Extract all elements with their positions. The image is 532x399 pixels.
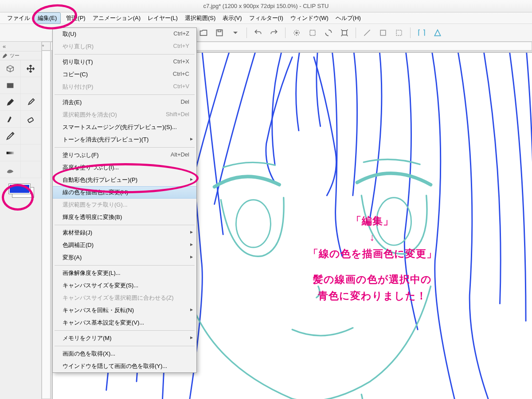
menu-fit-canvas-sel[interactable]: キャンバスサイズを選択範囲に合わせる(Z) xyxy=(53,292,196,304)
menu-get-color[interactable]: 画面の色を取得(X)... xyxy=(53,348,196,360)
tool-blur[interactable] xyxy=(0,161,21,178)
menu-erase-tone[interactable]: トーンを消去(先行プレビュー)(T) xyxy=(53,133,196,146)
menu-layer[interactable]: レイヤー(L) xyxy=(144,13,181,23)
menu-hide-get-color[interactable]: ウインドウを隠して画面の色を取得(Y)... xyxy=(53,360,196,372)
menu-color-correct[interactable]: 色調補正(D) xyxy=(53,239,196,251)
svg-rect-4 xyxy=(310,30,315,35)
menu-clear-memory[interactable]: メモリをクリア(M) xyxy=(53,332,196,344)
svg-rect-9 xyxy=(28,117,34,122)
tool-tab: ツー xyxy=(0,51,41,60)
svg-rect-10 xyxy=(7,152,14,154)
menu-transform[interactable]: 変形(A) xyxy=(53,251,196,264)
tool-empty2 xyxy=(21,128,42,145)
titlebar: c7.jpg* (532 x 399px 72dpi 150.0%) - CL… xyxy=(0,0,532,12)
menu-view[interactable]: 表示(V) xyxy=(219,13,245,23)
edit-dropdown: 取(U)Ctrl+Z やり直し(R)Ctrl+Y 切り取り(T)Ctrl+X コ… xyxy=(52,27,197,373)
menu-copy[interactable]: コピー(C)Ctrl+C xyxy=(53,68,196,81)
menu-clear-outside[interactable]: 選択範囲外を消去(O)Shift+Del xyxy=(53,109,196,121)
panel-collapse[interactable]: « xyxy=(0,42,41,51)
svg-rect-1 xyxy=(218,30,221,31)
menu-auto-color[interactable]: 自動彩色(先行プレビュー)(P) xyxy=(53,174,196,186)
save-button[interactable] xyxy=(212,26,227,39)
tool-icon-1[interactable] xyxy=(289,26,304,39)
menu-help[interactable]: ヘルプ(H) xyxy=(332,13,364,23)
dropdown-toggle[interactable] xyxy=(228,26,243,39)
swatch-main[interactable] xyxy=(9,184,30,194)
menu-change-canvas[interactable]: キャンバスサイズを変更(S)... xyxy=(53,279,196,292)
tool-panel: « ツー xyxy=(0,42,42,399)
svg-rect-0 xyxy=(216,30,222,35)
menu-cut[interactable]: 切り取り(T)Ctrl+X xyxy=(53,56,196,68)
menu-clear[interactable]: 消去(E)Del xyxy=(53,96,196,109)
menu-smart-smooth[interactable]: スマートスムージング(先行プレビュー)(S)... xyxy=(53,121,196,133)
menubar: ファイル 編集(E) 管理(P) アニメーション(A) レイヤー(L) 選択範囲… xyxy=(0,12,532,24)
menu-rotate-flip[interactable]: キャンバスを回転・反転(N) xyxy=(53,304,196,317)
menu-animation[interactable]: アニメーション(A) xyxy=(89,13,144,23)
tool-empty3 xyxy=(21,145,42,161)
annotation-text: 「編集」 ↓ 「線の色を描画色に変更」 髪の線画の色が選択中の 青色に変わりまし… xyxy=(248,213,497,304)
menu-manage[interactable]: 管理(P) xyxy=(63,13,89,23)
tool-cube[interactable] xyxy=(0,60,21,77)
open-button[interactable] xyxy=(196,26,211,39)
menu-filter[interactable]: フィルター(I) xyxy=(246,13,287,23)
menu-paste[interactable]: 貼り付け(P)Ctrl+V xyxy=(53,81,196,93)
menu-register-material[interactable]: 素材登録(J) xyxy=(53,227,196,239)
tool-icon-8[interactable] xyxy=(414,26,429,39)
menu-outline-sel[interactable]: 選択範囲をフチ取り(G)... xyxy=(53,199,196,211)
menu-edit[interactable]: 編集(E) xyxy=(34,12,61,24)
tool-eyedrop[interactable] xyxy=(0,128,21,145)
tool-icon-7[interactable] xyxy=(391,26,407,39)
tool-move[interactable] xyxy=(21,60,42,77)
ruler-corner[interactable]: ◦ xyxy=(42,42,51,51)
redo-button[interactable] xyxy=(266,26,282,39)
svg-point-3 xyxy=(294,30,299,35)
tool-eraser[interactable] xyxy=(21,111,42,128)
menu-canvas-settings[interactable]: キャンバス基本設定を変更(V)... xyxy=(53,317,196,329)
svg-rect-5 xyxy=(342,31,347,35)
svg-point-2 xyxy=(296,32,297,33)
tool-brush[interactable] xyxy=(21,94,42,111)
title-text: c7.jpg* (532 x 399px 72dpi 150.0%) - CL… xyxy=(203,3,329,9)
tool-icon-3[interactable] xyxy=(321,26,336,39)
menu-adv-fill[interactable]: 高度な塗りつぶし(I)... xyxy=(53,161,196,174)
pen-icon xyxy=(2,53,8,59)
menu-window[interactable]: ウィンドウ(W) xyxy=(287,13,332,23)
tool-pen[interactable] xyxy=(0,94,21,111)
tool-gradient[interactable] xyxy=(0,145,21,161)
menu-selection[interactable]: 選択範囲(S) xyxy=(181,13,219,23)
ruler-vertical[interactable] xyxy=(42,51,51,399)
menu-redo[interactable]: やり直し(R)Ctrl+Y xyxy=(53,40,196,53)
tool-marquee[interactable] xyxy=(0,77,21,94)
undo-button[interactable] xyxy=(250,26,266,39)
svg-rect-6 xyxy=(380,30,386,35)
menu-brightness-opacity[interactable]: 輝度を透明度に変換(B) xyxy=(53,211,196,223)
menu-undo[interactable]: 取(U)Ctrl+Z xyxy=(53,28,196,40)
tool-empty1 xyxy=(21,77,42,94)
tool-empty4 xyxy=(21,161,42,178)
svg-rect-8 xyxy=(7,83,13,88)
menu-change-res[interactable]: 画像解像度を変更(L)... xyxy=(53,267,196,279)
tool-airbrush[interactable] xyxy=(0,111,21,128)
tool-icon-4[interactable] xyxy=(337,26,352,39)
tool-icon-6[interactable] xyxy=(376,26,391,39)
menu-file[interactable]: ファイル xyxy=(4,13,34,23)
menu-fill[interactable]: 塗りつぶし(F)Alt+Del xyxy=(53,149,196,161)
svg-rect-7 xyxy=(396,30,402,35)
tool-icon-5[interactable] xyxy=(360,26,375,39)
tool-icon-9[interactable] xyxy=(430,26,445,39)
tool-icon-2[interactable] xyxy=(305,26,320,39)
menu-change-line-color[interactable]: 線の色を描画色に変更(H) xyxy=(53,186,196,199)
color-swatch[interactable] xyxy=(8,183,34,198)
